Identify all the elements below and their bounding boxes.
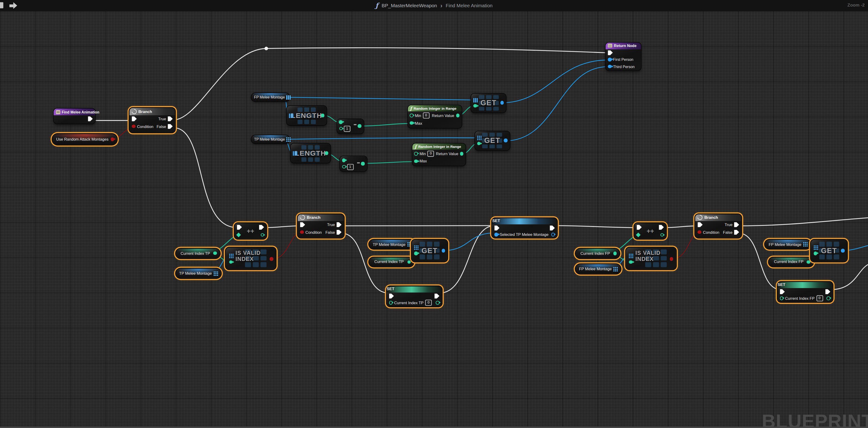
node-return[interactable]: Return Node First Person Third Person bbox=[606, 42, 641, 71]
exec-out-pin[interactable] bbox=[88, 116, 93, 121]
exec-false-pin[interactable] bbox=[734, 230, 739, 234]
wire-obj-get-fp-to-first-person[interactable] bbox=[502, 60, 608, 103]
value-out-pin[interactable] bbox=[436, 301, 439, 305]
exec-in-pin[interactable] bbox=[780, 289, 785, 294]
exec-in-pin[interactable] bbox=[132, 116, 136, 121]
node-subtract-fp[interactable]: 1 bbox=[337, 119, 364, 133]
node-find-melee-animation[interactable]: Find Melee Animation bbox=[53, 109, 95, 123]
node-set-selected-tp-melee-montage[interactable]: SET Selected TP Melee Montage bbox=[492, 218, 557, 237]
array-out-pin[interactable] bbox=[286, 137, 290, 142]
min-value-input[interactable]: 0 bbox=[428, 151, 434, 157]
array-out-pin[interactable] bbox=[286, 95, 290, 99]
index-in-pin[interactable] bbox=[473, 104, 477, 107]
pill-tp-melee-montage-b[interactable]: TP Melee Montage bbox=[176, 269, 221, 278]
wire-exec-set-index-fp-offscreen[interactable] bbox=[831, 264, 868, 289]
node-get-fp-right[interactable]: GET bbox=[811, 239, 847, 261]
exec-true-pin[interactable] bbox=[168, 116, 173, 121]
node-get-tp-mid[interactable]: GET bbox=[411, 239, 447, 261]
int-value-input[interactable]: 1 bbox=[344, 126, 350, 132]
array-out-pin[interactable] bbox=[803, 242, 808, 247]
wire-exec-branch1-true-to-return[interactable] bbox=[173, 48, 609, 120]
exec-out-pin[interactable] bbox=[434, 293, 439, 298]
exec-false-pin[interactable] bbox=[337, 230, 341, 234]
element-out-pin[interactable] bbox=[504, 139, 507, 142]
value-input[interactable]: 0 bbox=[816, 295, 823, 302]
wire-exec-branch3-true-offscreen[interactable] bbox=[739, 218, 868, 226]
exec-in-pin[interactable] bbox=[698, 222, 703, 227]
exec-in-pin[interactable] bbox=[495, 226, 499, 230]
array-in-pin[interactable] bbox=[629, 253, 633, 258]
max-pin[interactable] bbox=[414, 159, 418, 163]
min-pin[interactable] bbox=[414, 152, 418, 155]
exec-in-pin[interactable] bbox=[300, 222, 305, 227]
exec-out-pin[interactable] bbox=[826, 289, 830, 294]
wire-int-subtract-fp-to-max[interactable] bbox=[360, 123, 411, 126]
node-set-current-index-tp[interactable]: SET Current Index TP0 bbox=[387, 286, 442, 306]
int-out-pin[interactable] bbox=[807, 260, 810, 264]
node-set-current-index-fp[interactable]: SET Current Index FP0 bbox=[777, 282, 833, 302]
wire-bool-valid-index-fp-to-branch3[interactable] bbox=[672, 232, 700, 259]
node-random-int-tp[interactable]: ƒRandom Integer in Range Min0 Return Val… bbox=[412, 143, 465, 166]
index-in-pin[interactable] bbox=[414, 252, 417, 255]
array-out-pin[interactable] bbox=[613, 267, 618, 272]
value-input[interactable]: 0 bbox=[425, 300, 432, 306]
int-in-pin-2[interactable] bbox=[342, 165, 346, 169]
int-out-pin[interactable] bbox=[358, 124, 361, 128]
node-length-tp[interactable]: LENGTH bbox=[291, 143, 331, 163]
array-in-pin[interactable] bbox=[473, 98, 478, 102]
bool-out-pin[interactable] bbox=[270, 257, 273, 261]
int-out-pin[interactable] bbox=[324, 151, 328, 155]
element-out-pin[interactable] bbox=[442, 249, 445, 252]
wire-obj-get-mid-to-set-selected[interactable] bbox=[442, 233, 495, 251]
node-increment-tp[interactable]: ++ bbox=[235, 223, 266, 239]
min-pin[interactable] bbox=[410, 114, 413, 117]
exec-out-pin[interactable] bbox=[550, 226, 555, 230]
wire-exec-branch2-true-to-set-selected-tp[interactable] bbox=[342, 226, 495, 226]
pill-fp-melee-montage-top[interactable]: FP Melee Montage bbox=[251, 93, 289, 102]
pill-current-index-fp-b[interactable]: Current Index FP bbox=[769, 257, 813, 266]
exec-false-pin[interactable] bbox=[168, 124, 173, 129]
value-in-pin[interactable] bbox=[389, 301, 392, 305]
max-pin[interactable] bbox=[410, 121, 413, 125]
wire-obj-get-tp-to-third-person[interactable] bbox=[505, 67, 608, 141]
array-in-pin[interactable] bbox=[293, 151, 297, 155]
node-branch-3[interactable]: Branch True Condition False bbox=[695, 214, 741, 238]
element-out-pin[interactable] bbox=[500, 101, 504, 104]
exec-in-pin[interactable] bbox=[608, 50, 613, 55]
wire-exec-increment-tp-to-branch2[interactable] bbox=[264, 226, 301, 228]
node-is-valid-index-tp[interactable]: IS VALIDINDEX bbox=[226, 248, 276, 269]
condition-pin[interactable] bbox=[132, 124, 135, 128]
array-in-pin[interactable] bbox=[289, 113, 293, 118]
int-out-pin[interactable] bbox=[361, 162, 364, 166]
wire-exec-set-selected-tp-to-increment-fp[interactable] bbox=[554, 226, 638, 228]
wire-obj-tp-montage-to-get[interactable] bbox=[282, 138, 477, 140]
first-person-pin[interactable] bbox=[608, 58, 611, 61]
pill-tp-melee-montage-top[interactable]: TP Melee Montage bbox=[251, 135, 289, 144]
third-person-pin[interactable] bbox=[608, 64, 611, 68]
pill-fp-melee-montage-c[interactable]: FP Melee Montage bbox=[765, 240, 810, 249]
exec-true-pin[interactable] bbox=[337, 222, 341, 227]
horizontal-scrollbar[interactable] bbox=[0, 426, 868, 428]
node-get-tp-top[interactable]: GET bbox=[475, 131, 510, 150]
array-out-pin[interactable] bbox=[407, 242, 412, 247]
wire-int-subtract-tp-to-max[interactable] bbox=[363, 162, 415, 163]
int-in-pin[interactable] bbox=[339, 120, 342, 124]
index-in-pin[interactable] bbox=[813, 252, 817, 255]
node-increment-fp[interactable]: ++ bbox=[634, 223, 666, 239]
node-get-fp-top[interactable]: GET bbox=[471, 93, 506, 113]
node-subtract-tp[interactable]: 1 bbox=[340, 156, 367, 171]
array-in-pin[interactable] bbox=[414, 246, 418, 250]
pill-current-index-fp-a[interactable]: Current Index FP bbox=[576, 249, 619, 258]
int-out-pin[interactable] bbox=[407, 260, 411, 264]
wire-exec-branch1-false-to-increment-tp[interactable] bbox=[173, 128, 238, 228]
pill-use-random-attack-montages[interactable]: Use Random Attack Montages bbox=[53, 134, 117, 145]
wire-bool-valid-index-tp-to-branch2[interactable] bbox=[272, 232, 302, 259]
value-out-pin[interactable] bbox=[827, 296, 830, 300]
int-value-input[interactable]: 1 bbox=[347, 164, 353, 170]
pill-fp-melee-montage-b[interactable]: FP Melee Montage bbox=[576, 264, 621, 274]
pill-current-index-tp-b[interactable]: Current Index TP bbox=[369, 257, 413, 266]
return-value-pin[interactable] bbox=[456, 114, 459, 117]
node-random-int-fp[interactable]: ƒRandom Integer in Range Min0 Return Val… bbox=[408, 105, 462, 128]
breadcrumb-blueprint-name[interactable]: BP_MasterMeleeWeapon bbox=[382, 3, 437, 8]
wire-exec-increment-fp-to-branch3[interactable] bbox=[663, 226, 698, 228]
